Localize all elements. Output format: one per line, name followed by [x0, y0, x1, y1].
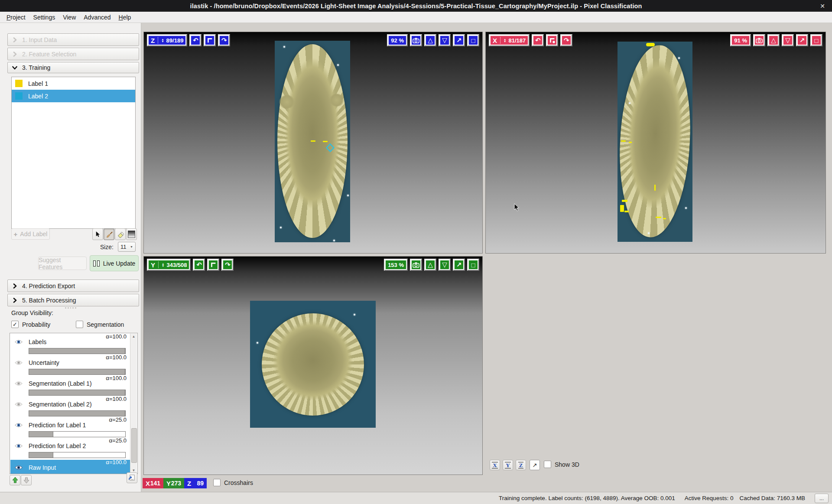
spin-down-icon[interactable]: ▼ [504, 40, 506, 43]
menu-help[interactable]: Help [115, 14, 135, 21]
layer-row-uncertainty[interactable]: α=100.0 Uncertainty [10, 355, 130, 376]
snapshot-button[interactable] [410, 34, 422, 46]
slice-spinner[interactable]: ▲▼ [161, 38, 164, 43]
applet-prediction-export[interactable]: 4. Prediction Export [7, 280, 139, 292]
slice-position-badge[interactable]: X ▲▼ 81/187 [489, 34, 530, 46]
splitter-handle[interactable] [65, 307, 76, 309]
show-3d-checkbox[interactable] [544, 461, 551, 468]
slice-down-button[interactable]: ▽ [439, 34, 451, 46]
close-icon[interactable]: ✕ [817, 0, 828, 12]
maximize-view-button[interactable]: ↗ [453, 34, 465, 46]
brush-size-select[interactable]: 11 ▼ [118, 242, 136, 252]
export-layer-button[interactable] [127, 472, 137, 483]
swap-axes-button[interactable] [204, 34, 216, 46]
status-more-button[interactable]: ... [815, 494, 829, 503]
rotate-right-button[interactable]: ↷ [221, 259, 234, 271]
brush-tool-button[interactable] [104, 228, 114, 240]
label-name[interactable]: Label 2 [28, 93, 48, 100]
layer-row-prediction-1[interactable]: α=25.0 Prediction for Label 1 [10, 417, 130, 438]
scroll-down-icon[interactable]: ▼ [130, 468, 137, 472]
applet-feature-selection[interactable]: 2. Feature Selection [7, 48, 139, 60]
swap-axes-button[interactable] [546, 34, 558, 46]
label-name[interactable]: Label 1 [28, 80, 48, 87]
threshold-tool-button[interactable] [126, 228, 137, 240]
slice-image-y[interactable] [250, 301, 376, 428]
opacity-slider[interactable] [29, 431, 126, 437]
opacity-slider[interactable] [29, 348, 126, 354]
eye-icon[interactable] [14, 360, 23, 366]
fit-image-button[interactable]: □ [467, 259, 479, 271]
fit-image-button[interactable]: □ [810, 34, 822, 46]
menu-advanced[interactable]: Advanced [80, 14, 114, 21]
opacity-slider[interactable] [29, 410, 126, 416]
fit-image-button[interactable]: □ [467, 34, 479, 46]
layer-row-labels[interactable]: α=100.0 Labels [10, 334, 130, 355]
crosshairs-toggle[interactable]: Crosshairs [213, 479, 253, 486]
swap-axes-button[interactable] [207, 259, 219, 271]
layer-row-raw-input[interactable]: α=100.0 Raw Input [10, 460, 130, 474]
restore-quad-view-button[interactable]: ↗ [530, 460, 540, 470]
live-update-button[interactable]: Live Update [90, 255, 139, 271]
probability-checkbox[interactable] [11, 321, 19, 328]
rotate-left-button[interactable]: ↶ [189, 34, 202, 46]
slice-up-button[interactable]: △ [424, 34, 436, 46]
rotate-left-button[interactable]: ↶ [532, 34, 544, 46]
layer-row-segmentation-2[interactable]: α=100.0 Segmentation (Label 2) [10, 397, 130, 417]
eye-icon[interactable] [14, 380, 23, 387]
eye-icon[interactable] [14, 422, 23, 428]
move-layer-up-button[interactable] [10, 475, 20, 485]
crosshairs-label[interactable]: Crosshairs [224, 479, 253, 486]
spin-down-icon[interactable]: ▼ [162, 265, 164, 267]
slice-up-button[interactable]: △ [767, 34, 780, 46]
menu-settings[interactable]: Settings [29, 14, 59, 21]
show-3d-toggle[interactable]: Show 3D [544, 461, 579, 468]
label-row-2[interactable]: Label 2 [12, 90, 135, 102]
opacity-slider[interactable] [29, 390, 126, 396]
label-color-swatch[interactable] [15, 80, 23, 87]
suggest-features-button[interactable]: Suggest Features [38, 257, 87, 270]
layer-list-scrollbar[interactable]: ▲ ▼ [130, 334, 137, 473]
slice-down-button[interactable]: ▽ [782, 34, 794, 46]
slice-image-z[interactable] [275, 41, 350, 242]
crosshairs-checkbox[interactable] [213, 479, 221, 486]
snapshot-button[interactable] [753, 34, 765, 46]
eye-icon[interactable] [14, 339, 23, 345]
slice-down-button[interactable]: ▽ [439, 259, 451, 271]
maximize-view-button[interactable]: ↗ [453, 259, 465, 271]
segmentation-toggle[interactable]: Segmentation [76, 321, 124, 328]
menu-view[interactable]: View [59, 14, 80, 21]
slice-up-button[interactable]: △ [424, 259, 436, 271]
opacity-slider[interactable] [29, 474, 126, 474]
axis-x-button[interactable]: X [490, 460, 500, 470]
layer-row-segmentation-1[interactable]: α=100.0 Segmentation (Label 1) [10, 376, 130, 397]
opacity-slider[interactable] [29, 452, 126, 458]
eye-icon[interactable] [14, 443, 23, 449]
rotate-right-button[interactable]: ↷ [560, 34, 572, 46]
scrollbar-thumb[interactable] [131, 428, 137, 463]
spin-down-icon[interactable]: ▼ [161, 40, 164, 43]
eye-icon[interactable] [14, 401, 23, 407]
menu-project[interactable]: Project [3, 14, 29, 21]
applet-input-data[interactable]: 1. Input Data [7, 33, 139, 46]
scroll-up-icon[interactable]: ▲ [130, 335, 137, 338]
rotate-right-button[interactable]: ↷ [218, 34, 230, 46]
slice-spinner[interactable]: ▲▼ [504, 38, 506, 43]
show-3d-label[interactable]: Show 3D [555, 461, 579, 468]
eraser-tool-button[interactable] [115, 228, 126, 240]
axis-y-button[interactable]: Y [503, 460, 513, 470]
snapshot-button[interactable] [410, 259, 422, 271]
slice-spinner[interactable]: ▲▼ [162, 263, 164, 267]
label-color-swatch[interactable] [15, 92, 23, 100]
eye-icon[interactable] [14, 465, 23, 471]
segmentation-checkbox[interactable] [76, 321, 83, 328]
probability-label[interactable]: Probability [22, 321, 50, 328]
slice-position-badge[interactable]: Z ▲▼ 89/189 [147, 34, 187, 46]
rotate-left-button[interactable]: ↶ [193, 259, 205, 271]
segmentation-label[interactable]: Segmentation [87, 321, 124, 328]
zoom-level-badge[interactable]: 91 % [730, 34, 751, 46]
arrow-tool-button[interactable] [92, 228, 103, 240]
add-label-button[interactable]: + Add Label [11, 228, 50, 240]
slice-image-x[interactable] [618, 42, 692, 242]
opacity-slider[interactable] [29, 369, 126, 375]
slice-position-badge[interactable]: Y ▲▼ 343/508 [147, 259, 191, 271]
